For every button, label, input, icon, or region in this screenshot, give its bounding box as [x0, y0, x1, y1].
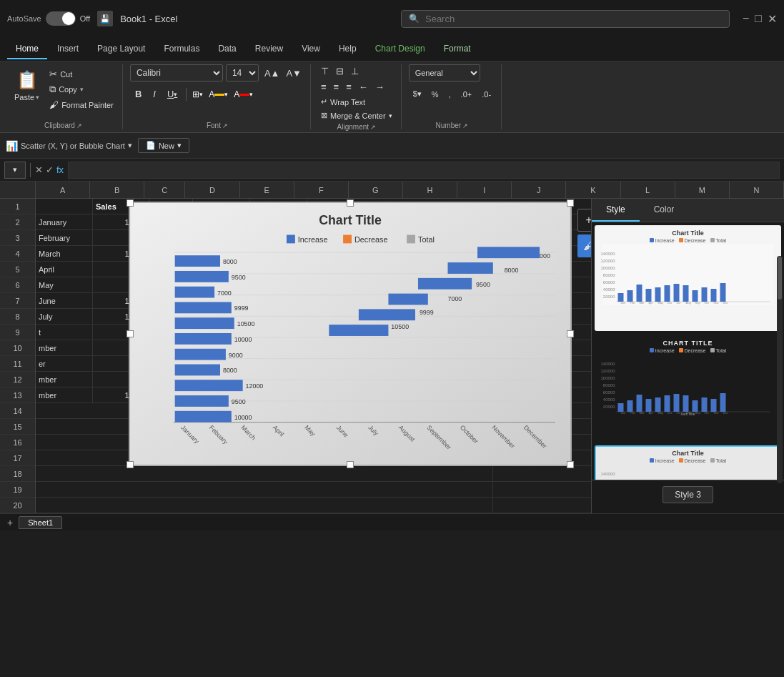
insert-function-icon[interactable]: fx	[56, 164, 64, 175]
border-button[interactable]: ⊞ ▾	[190, 88, 205, 101]
row-num-1[interactable]: 1	[0, 199, 35, 214]
new-button[interactable]: 📄 New ▾	[138, 138, 189, 153]
style-panel-scrollbar[interactable]	[777, 256, 783, 483]
tab-view[interactable]: View	[293, 39, 329, 59]
row-num-12[interactable]: 12	[0, 372, 35, 387]
comma-btn[interactable]: ,	[445, 87, 455, 101]
cell-A4[interactable]: March	[36, 246, 93, 261]
row-num-18[interactable]: 18	[0, 466, 35, 482]
cell-A5[interactable]: April	[36, 262, 93, 277]
col-header-A[interactable]: A	[36, 182, 90, 198]
align-top-btn[interactable]: ⊤	[318, 64, 332, 78]
chart-handle-tm[interactable]	[347, 199, 354, 207]
chart-handle-bl[interactable]	[126, 461, 134, 468]
align-right-btn[interactable]: ≡	[343, 80, 354, 94]
confirm-formula-icon[interactable]: ✓	[46, 164, 54, 175]
cell-A12[interactable]: mber	[36, 372, 93, 387]
chart-handle-tl[interactable]	[126, 199, 134, 207]
col-header-K[interactable]: K	[566, 182, 620, 198]
style-preview-2[interactable]: CHART TITLE Increase Decrease Total 1400…	[595, 335, 781, 441]
underline-button[interactable]: U ▾	[162, 87, 182, 102]
paste-dropdown-icon[interactable]: ▾	[36, 94, 39, 101]
cell-A13[interactable]: mber	[36, 387, 93, 402]
align-middle-btn[interactable]: ⊟	[333, 64, 347, 78]
tab-insert[interactable]: Insert	[49, 39, 87, 59]
percent-btn[interactable]: %	[427, 87, 443, 101]
tab-page-layout[interactable]: Page Layout	[89, 39, 154, 59]
align-bottom-btn[interactable]: ⊥	[348, 64, 362, 78]
style-tab-style[interactable]: Style	[592, 199, 640, 222]
style-3-button[interactable]: Style 3	[663, 486, 713, 503]
row-num-15[interactable]: 15	[0, 419, 35, 435]
chart-type-dropdown-icon[interactable]: ▾	[128, 141, 132, 150]
tab-data[interactable]: Data	[209, 39, 244, 59]
name-box-dropdown[interactable]: ▾	[4, 162, 26, 179]
col-header-E[interactable]: E	[240, 182, 294, 198]
copy-button[interactable]: ⧉ Copy ▾	[46, 82, 116, 97]
tab-home[interactable]: Home	[7, 39, 47, 59]
tab-review[interactable]: Review	[247, 39, 292, 59]
bold-button[interactable]: B	[130, 87, 147, 102]
col-header-L[interactable]: L	[621, 182, 675, 198]
tab-formulas[interactable]: Formulas	[155, 39, 208, 59]
search-bar[interactable]: 🔍	[401, 10, 730, 28]
font-color-dropdown-icon[interactable]: ▾	[249, 91, 253, 98]
merge-dropdown-icon[interactable]: ▾	[389, 112, 392, 119]
cell-A20[interactable]	[36, 498, 493, 513]
cell-A9[interactable]: t	[36, 325, 93, 340]
paste-button[interactable]: 📋 Paste ▾	[10, 64, 44, 104]
cell-A3[interactable]: February	[36, 230, 93, 245]
row-num-3[interactable]: 3	[0, 230, 35, 246]
col-header-N[interactable]: N	[730, 182, 784, 198]
style-preview-1[interactable]: Chart Title Increase Decrease Total 1400…	[595, 225, 781, 331]
fill-color-button[interactable]: A ▾	[207, 88, 230, 101]
col-header-I[interactable]: I	[457, 182, 512, 198]
accounting-btn[interactable]: $▾	[409, 87, 426, 101]
row-num-8[interactable]: 8	[0, 309, 35, 325]
row-num-7[interactable]: 7	[0, 293, 35, 309]
fill-dropdown-icon[interactable]: ▾	[224, 91, 228, 98]
number-format-select[interactable]: General	[409, 64, 480, 81]
save-icon[interactable]: 💾	[97, 11, 113, 26]
font-color-button[interactable]: A ▾	[232, 88, 255, 101]
chart-handle-br[interactable]	[567, 461, 574, 468]
tab-help[interactable]: Help	[330, 39, 365, 59]
search-input[interactable]	[425, 14, 722, 24]
style-tab-color[interactable]: Color	[640, 199, 689, 222]
new-dropdown-icon[interactable]: ▾	[177, 141, 182, 150]
row-num-6[interactable]: 6	[0, 277, 35, 293]
col-header-F[interactable]: F	[294, 182, 349, 198]
format-painter-button[interactable]: 🖌 Format Painter	[46, 98, 116, 112]
style-preview-3[interactable]: Chart Title Increase Decrease Total 1400…	[595, 445, 781, 480]
row-num-20[interactable]: 20	[0, 498, 35, 513]
row-num-17[interactable]: 17	[0, 450, 35, 466]
cell-A11[interactable]: er	[36, 356, 93, 371]
underline-dropdown-icon[interactable]: ▾	[174, 91, 177, 98]
align-left-btn[interactable]: ≡	[318, 80, 329, 94]
clipboard-expand-icon[interactable]: ↗	[76, 122, 82, 129]
decrease-decimal-btn[interactable]: .0-	[477, 87, 495, 101]
sheet-tab-1[interactable]: Sheet1	[19, 516, 62, 529]
row-num-9[interactable]: 9	[0, 325, 35, 340]
autosave-toggle[interactable]	[46, 11, 76, 26]
scroll-thumb[interactable]	[778, 257, 782, 300]
font-size-increase-btn[interactable]: A▲	[262, 66, 283, 80]
minimize-btn[interactable]: −	[743, 12, 749, 26]
col-header-D[interactable]: D	[185, 182, 239, 198]
indent-decrease-btn[interactable]: ←	[356, 80, 371, 94]
cell-A7[interactable]: June	[36, 293, 93, 308]
cell-A2[interactable]: January	[36, 214, 93, 229]
chart-container[interactable]: Chart Title Increase Decrease Total	[129, 202, 572, 466]
row-num-5[interactable]: 5	[0, 262, 35, 277]
cell-A10[interactable]: mber	[36, 340, 93, 355]
copy-dropdown-icon[interactable]: ▾	[80, 86, 84, 93]
italic-button[interactable]: I	[148, 87, 161, 102]
alignment-expand-icon[interactable]: ↗	[370, 124, 376, 131]
col-header-H[interactable]: H	[403, 182, 457, 198]
row-num-14[interactable]: 14	[0, 403, 35, 419]
font-expand-icon[interactable]: ↗	[222, 122, 228, 129]
merge-center-button[interactable]: ⊠ Merge & Center ▾	[318, 109, 395, 122]
row-num-2[interactable]: 2	[0, 214, 35, 230]
col-header-B[interactable]: B	[90, 182, 144, 198]
row-num-16[interactable]: 16	[0, 435, 35, 450]
